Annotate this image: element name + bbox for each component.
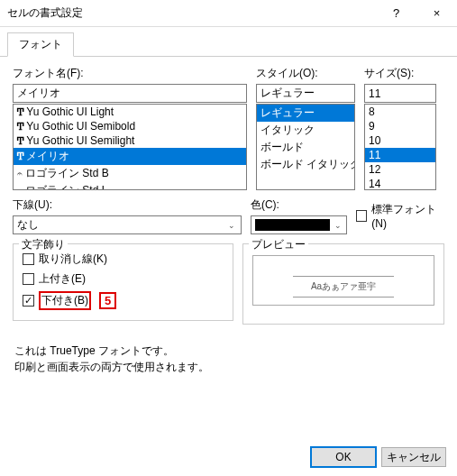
callout-number: 5	[99, 292, 116, 309]
tab-font[interactable]: フォント	[7, 32, 74, 57]
size-listbox[interactable]: 8910111214	[364, 104, 436, 190]
preview-text: Aaあぁアァ亜宇	[293, 276, 394, 298]
subscript-label: 下付き(B)	[39, 291, 91, 310]
list-item[interactable]: 11	[365, 148, 435, 162]
font-style-input[interactable]	[256, 84, 355, 103]
list-item[interactable]: 𝄐ロゴライン Std L	[14, 182, 246, 190]
superscript-checkbox[interactable]: 上付き(E)	[23, 271, 224, 287]
strike-checkbox[interactable]: 取り消し線(K)	[23, 252, 224, 267]
list-item[interactable]: 𝄐ロゴライン Std B	[14, 165, 246, 182]
subscript-checkbox[interactable]: 下付き(B) 5	[23, 291, 224, 310]
list-item[interactable]: 9	[365, 119, 435, 133]
list-item[interactable]: イタリック	[257, 122, 354, 139]
truetype-icon: Ͳ	[17, 106, 23, 118]
desc-line1: これは TrueType フォントです。	[14, 343, 444, 359]
title-bar: セルの書式設定 ? ×	[0, 0, 457, 27]
underline-label: 下線(U):	[13, 197, 242, 213]
list-item[interactable]: 10	[365, 133, 435, 148]
chevron-down-icon: ⌄	[330, 217, 345, 233]
list-item[interactable]: 12	[365, 162, 435, 177]
checkbox-icon	[356, 210, 367, 222]
list-item[interactable]: レギュラー	[257, 105, 354, 122]
checkbox-icon	[23, 253, 34, 265]
list-item[interactable]: 8	[365, 105, 435, 119]
normal-font-checkbox[interactable]: 標準フォント(N)	[356, 202, 444, 230]
chevron-down-icon: ⌄	[224, 217, 240, 233]
superscript-label: 上付き(E)	[39, 271, 86, 287]
underline-select[interactable]: なし ⌄	[13, 215, 242, 234]
truetype-icon: Ͳ	[17, 151, 23, 162]
opentype-icon: 𝄐	[17, 169, 23, 179]
preview-box: Aaあぁアァ亜宇	[252, 255, 434, 306]
font-name-label: フォント名(F):	[13, 66, 247, 81]
preview-group: プレビュー Aaあぁアァ亜宇	[242, 243, 444, 325]
cancel-button[interactable]: キャンセル	[381, 447, 446, 467]
font-listbox[interactable]: ͲYu Gothic UI LightͲYu Gothic UI Semibol…	[13, 104, 247, 190]
color-select[interactable]: ⌄	[251, 215, 347, 234]
list-item[interactable]: ボールド イタリック	[257, 156, 354, 173]
window-title: セルの書式設定	[7, 5, 376, 21]
checkbox-checked-icon	[23, 295, 34, 307]
color-label: 色(C):	[251, 197, 347, 213]
desc-line2: 印刷と画面表示の両方で使用されます。	[14, 359, 444, 375]
description: これは TrueType フォントです。 印刷と画面表示の両方で使用されます。	[14, 343, 444, 375]
font-name-input[interactable]	[13, 84, 247, 103]
effects-group: 文字飾り 取り消し線(K) 上付き(E) 下付き(B) 5	[13, 243, 233, 321]
list-item[interactable]: ボールド	[257, 139, 354, 156]
opentype-icon: 𝄐	[17, 186, 23, 191]
font-size-label: サイズ(S):	[364, 66, 436, 81]
truetype-icon: Ͳ	[17, 121, 23, 133]
list-item[interactable]: ͲYu Gothic UI Semibold	[14, 119, 246, 133]
underline-value: なし	[17, 217, 39, 233]
list-item[interactable]: ͲYu Gothic UI Light	[14, 105, 246, 119]
close-button[interactable]: ×	[416, 0, 457, 27]
ok-button[interactable]: OK	[311, 447, 376, 467]
preview-legend: プレビュー	[249, 237, 308, 252]
normal-font-label: 標準フォント(N)	[371, 202, 444, 230]
font-style-label: スタイル(O):	[256, 66, 355, 81]
truetype-icon: Ͳ	[17, 135, 23, 147]
checkbox-icon	[23, 273, 34, 285]
style-listbox[interactable]: レギュラーイタリックボールドボールド イタリック	[256, 104, 355, 190]
font-size-input[interactable]	[364, 84, 436, 103]
effects-legend: 文字飾り	[19, 237, 68, 252]
list-item[interactable]: Ͳメイリオ	[14, 148, 246, 165]
list-item[interactable]: ͲYu Gothic UI Semilight	[14, 133, 246, 148]
help-button[interactable]: ?	[376, 0, 416, 27]
tab-strip: フォント	[0, 27, 457, 57]
list-item[interactable]: 14	[365, 177, 435, 190]
strike-label: 取り消し線(K)	[39, 252, 107, 267]
